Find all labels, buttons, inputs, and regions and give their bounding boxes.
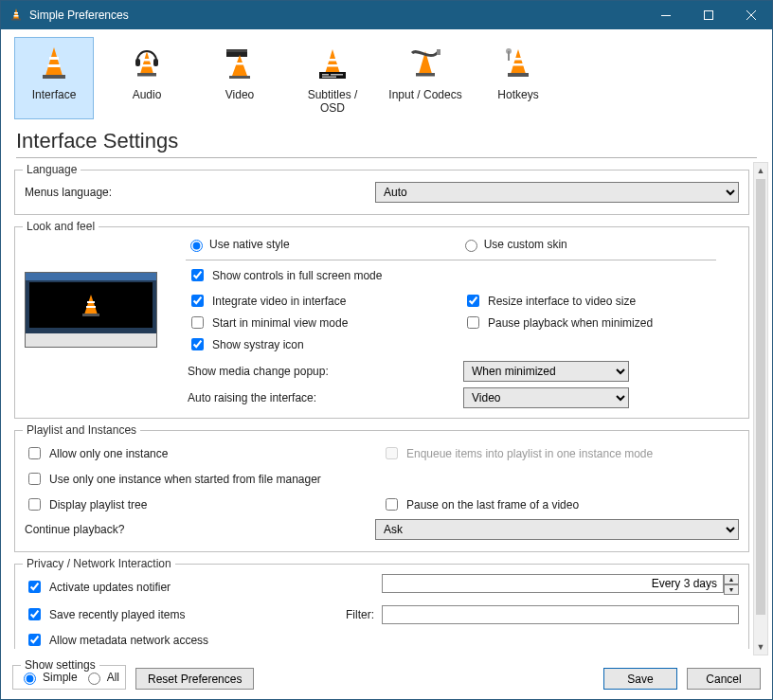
tab-hotkeys[interactable]: Hotkeys — [478, 37, 558, 119]
show-settings-group: Show settings Simple All — [12, 665, 126, 690]
save-button[interactable]: Save — [603, 668, 677, 690]
svg-rect-10 — [48, 64, 61, 67]
chk-resize-interface[interactable] — [467, 295, 479, 307]
titlebar: Simple Preferences — [1, 1, 772, 29]
svg-rect-13 — [143, 59, 151, 62]
tab-interface[interactable]: Interface — [14, 37, 94, 119]
menus-language-label: Menus language: — [25, 186, 195, 199]
svg-rect-42 — [82, 314, 99, 316]
svg-rect-3 — [11, 18, 21, 20]
radio-custom-skin[interactable]: Use custom skin — [460, 237, 567, 252]
svg-rect-29 — [322, 77, 336, 79]
footer: Show settings Simple All Reset Preferenc… — [1, 659, 772, 699]
svg-marker-23 — [325, 49, 340, 74]
tab-label: Video — [225, 88, 254, 101]
tab-label: Hotkeys — [497, 88, 538, 101]
show-settings-legend: Show settings — [21, 658, 99, 672]
svg-rect-5 — [704, 11, 712, 20]
continue-playback-select[interactable]: Ask — [375, 519, 739, 540]
svg-rect-31 — [416, 73, 435, 77]
tab-audio[interactable]: Audio — [107, 37, 187, 119]
scroll-area: Language Menus language: Auto Look and f… — [14, 158, 749, 659]
svg-rect-17 — [153, 59, 158, 66]
tab-label: Audio — [133, 88, 162, 101]
svg-rect-32 — [437, 49, 440, 55]
spin-up-button[interactable]: ▲ — [724, 574, 739, 584]
headphones-cone-icon — [128, 44, 166, 84]
chk-one-instance[interactable] — [28, 447, 41, 459]
chk-pause-when-minimized[interactable] — [467, 316, 479, 329]
svg-marker-33 — [511, 49, 526, 74]
window: Simple Preferences Interface Audio Video… — [0, 0, 773, 700]
auto-raising-label: Auto raising the interface: — [188, 391, 316, 404]
radio-native-style[interactable]: Use native style — [186, 237, 290, 252]
chk-metadata-network[interactable] — [28, 634, 41, 646]
svg-marker-8 — [45, 47, 63, 76]
chk-start-minimal-view[interactable] — [191, 316, 204, 329]
chk-integrate-video[interactable] — [191, 295, 204, 307]
tab-subtitles[interactable]: Subtitles / OSD — [293, 37, 372, 119]
radio-show-simple[interactable]: Simple — [19, 670, 78, 685]
svg-rect-16 — [135, 59, 140, 66]
svg-rect-11 — [43, 75, 65, 79]
scroll-thumb[interactable] — [756, 179, 765, 615]
scroll-up-button[interactable]: ▲ — [754, 163, 767, 178]
chk-enqueue-one-instance — [386, 447, 398, 459]
filter-label: Filter: — [340, 608, 374, 621]
close-button[interactable] — [729, 1, 772, 29]
svg-rect-27 — [322, 74, 329, 76]
chk-one-instance-file-manager[interactable] — [28, 473, 41, 485]
group-look-and-feel: Look and feel Use native style Use custo… — [14, 226, 749, 419]
group-privacy-network: Privacy / Network Interaction Activate u… — [14, 564, 749, 649]
minimize-button[interactable] — [644, 1, 687, 29]
menus-language-select[interactable]: Auto — [375, 182, 739, 203]
svg-rect-36 — [508, 73, 529, 77]
subtitle-cone-icon — [314, 44, 351, 84]
window-title: Simple Preferences — [29, 9, 644, 22]
svg-marker-12 — [140, 51, 153, 74]
svg-rect-15 — [137, 73, 156, 77]
svg-rect-9 — [49, 57, 59, 60]
chk-pause-last-frame[interactable] — [386, 498, 398, 511]
group-legend: Playlist and Instances — [23, 423, 140, 437]
reset-preferences-button[interactable]: Reset Preferences — [135, 668, 254, 690]
cancel-button[interactable]: Cancel — [687, 668, 761, 690]
svg-rect-28 — [331, 74, 343, 76]
spin-down-button[interactable]: ▼ — [724, 584, 739, 595]
svg-marker-39 — [84, 295, 98, 314]
chk-display-playlist-tree[interactable] — [28, 498, 41, 511]
tab-label: Interface — [32, 88, 77, 101]
tab-video[interactable]: Video — [200, 37, 279, 119]
clapboard-cone-icon — [221, 44, 259, 84]
chk-show-controls-fullscreen[interactable] — [191, 269, 204, 281]
radio-show-all[interactable]: All — [83, 670, 119, 685]
svg-rect-41 — [86, 306, 96, 308]
svg-rect-14 — [142, 64, 152, 67]
svg-rect-2 — [14, 15, 19, 17]
maximize-button[interactable] — [687, 1, 729, 29]
category-tabs: Interface Audio Video Subtitles / OSD In… — [1, 29, 772, 125]
filter-input[interactable] — [382, 605, 739, 624]
group-legend: Look and feel — [23, 220, 99, 233]
chk-save-recent-items[interactable] — [28, 608, 41, 620]
svg-rect-25 — [327, 64, 338, 67]
svg-rect-19 — [226, 49, 247, 52]
divider — [186, 260, 716, 260]
media-change-popup-label: Show media change popup: — [188, 365, 329, 378]
tab-input-codecs[interactable]: Input / Codecs — [386, 37, 465, 119]
svg-rect-35 — [512, 63, 524, 66]
scroll-down-button[interactable]: ▼ — [754, 639, 767, 655]
media-change-popup-select[interactable]: When minimized — [463, 361, 629, 382]
svg-rect-40 — [87, 301, 95, 303]
auto-raising-select[interactable]: Video — [463, 387, 629, 408]
continue-playback-label: Continue playback? — [25, 523, 195, 536]
update-interval-input[interactable] — [382, 574, 724, 593]
vertical-scrollbar[interactable]: ▲ ▼ — [753, 162, 768, 655]
tab-label: Input / Codecs — [388, 88, 461, 101]
chk-show-systray[interactable] — [191, 338, 204, 350]
svg-rect-34 — [513, 58, 523, 61]
svg-rect-1 — [14, 12, 18, 14]
svg-rect-21 — [236, 63, 243, 65]
group-legend: Privacy / Network Interaction — [23, 557, 175, 570]
chk-updates-notifier[interactable] — [28, 581, 41, 593]
